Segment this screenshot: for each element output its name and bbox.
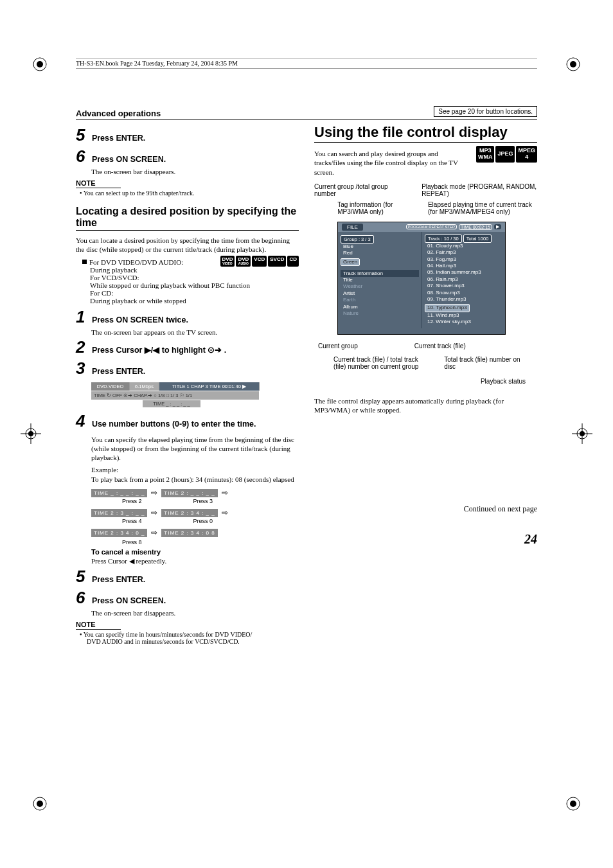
file-control-display: FILE PROGRAM REPEAT STEP TIME 00:02:15 ▶… [328,222,528,335]
reg-mark-icon [28,792,51,815]
disc-icons: DVDVIDEO DVDAUDIO VCD SVCD CD [220,256,299,267]
fd-file-label: FILE [342,224,363,231]
disc-sub: While stopped or during playback without… [90,281,299,289]
step-number: 6 [76,588,90,608]
jpeg-badge: JPEG [495,146,515,163]
svg-point-5 [37,801,43,807]
step-number: 6 [76,146,90,166]
label-tag-info: Tag information (for MP3/WMA only) [337,201,422,215]
note-bullet: • You can specify time in hours/minutes/… [80,631,299,645]
arrow-right-icon: ⇨ [151,508,157,518]
fd-group-item: Blue [341,244,419,250]
main-heading: Using the file control display [314,124,537,141]
fd-track-item: 07. Shower.mp3 [425,283,502,289]
arrow-right-icon: ⇨ [151,488,157,498]
disc-context: For VCD/SVCD: [90,274,299,281]
play-icon: ▶ [494,224,501,229]
note-heading: NOTE [76,621,299,628]
fd-track-item: 04. Hail.mp3 [425,263,502,269]
step-number: 2 [76,337,90,357]
step-number: 1 [76,307,90,327]
fd-track-item-selected: 10. Typhoon.mp3 [425,304,470,312]
time-entry-step: TIME _ : _ _ : _ _⇨ TIME 2 : _ _ : _ _⇨ [91,488,299,498]
reg-mark-icon [562,792,585,815]
fd-info-item: Artist [341,290,419,297]
note-bullet: • You can select up to the 99th chapter/… [80,190,299,197]
disc-context: For CD: [90,289,299,297]
label-playback-status: Playback status [314,378,526,385]
cancel-heading: To cancel a misentry [91,548,299,556]
label-group-total: Current group /total group number [314,183,409,197]
fd-track-item: 09. Thunder.mp3 [425,296,502,303]
step-number: 5 [76,567,90,587]
intro-text: You can search and play desired groups a… [314,149,459,177]
press-label: Press 2 [122,498,142,504]
step-sub: The on-screen bar disappears. [91,168,299,175]
fd-track-item: 08. Snow.mp3 [425,290,502,296]
section-body: You can locate a desired position by spe… [76,236,299,254]
fd-group-item-selected: Green [341,258,360,266]
press-label: Press 0 [193,518,213,524]
cd-icon: CD [287,256,299,267]
step-number: 4 [76,411,90,431]
step-text: Press ENTER. [92,575,145,584]
step-sub: The on-screen bar appears on the TV scre… [91,328,299,336]
label-current-track: Current track (file) [414,342,466,350]
step-text: Press ENTER. [92,134,145,143]
fd-track-item: 01. Cloudy.mp3 [425,243,502,249]
time-entry-step: TIME 2 : 3 _ : _ _⇨ TIME 2 : 3 4 : _ _⇨ [91,508,299,518]
fd-track-item: 05. Indian summer.mp3 [425,269,502,276]
step-text: Press ENTER. [92,367,145,376]
example-desc: To play back from a point 2 (hours): 34 … [91,475,299,484]
section-title: Locating a desired position by specifyin… [76,206,299,229]
dvd-audio-icon: DVDAUDIO [236,256,251,267]
fd-info-item: Weather [341,283,419,290]
rule [76,629,121,630]
step-text: Press ON SCREEN twice. [92,315,188,324]
note-heading: NOTE [76,179,299,187]
fd-group-item: Red [341,250,419,256]
mp3-wma-badge: MP3WMA [476,146,495,163]
book-header-line: TH-S3-EN.book Page 24 Tuesday, February … [76,58,537,69]
svcd-icon: SVCD [268,256,286,267]
disc-sub: During playback or while stopped [90,297,299,305]
fd-info-item: Nature [341,310,419,317]
press-label: Press 8 [122,539,142,545]
step-number: 5 [76,125,90,145]
step-sub: The on-screen bar disappears. [91,609,299,617]
cancel-sub: Press Cursor ◀ repeatedly. [91,557,299,565]
fd-info-item: Earth [341,297,419,303]
label-elapsed: Elapsed playing time of current track (f… [428,201,537,215]
page-number: 24 [314,532,537,547]
step-number: 3 [76,359,90,378]
label-curtrack-total: Current track (file) / total track (file… [333,356,431,370]
outro-text: The file control display appears automat… [314,396,537,415]
example-label: Example: [91,466,299,474]
fd-modes: PROGRAM REPEAT STEP [406,224,457,229]
step-text: Press ON SCREEN. [92,596,166,605]
rule [76,230,299,231]
label-playback-mode: Playback mode (PROGRAM, RANDOM, REPEAT) [422,183,537,197]
step-body: You can specify the elapsed playing time… [91,435,299,463]
fd-total-header: Total 1000 [463,235,492,243]
fd-info-item: Title [341,277,419,283]
fd-track-item: 06. Rain.mp3 [425,276,502,283]
rule [76,188,121,188]
label-current-group: Current group [318,342,358,350]
press-label: Press 4 [122,518,142,524]
fd-group-header: Group : 3 / 3 [341,235,374,244]
fd-track-item: 02. Fair.mp3 [425,249,502,256]
disc-context: For DVD VIDEO/DVD AUDIO: DVDVIDEO DVDAUD… [82,258,299,266]
arrow-right-icon: ⇨ [151,528,157,538]
step-text: Use number buttons (0-9) to enter the ti… [92,420,256,429]
continued-text: Continued on next page [314,504,537,514]
dvd-video-icon: DVDVIDEO [220,256,235,267]
button-location-note: See page 20 for button locations. [434,106,537,117]
fd-time: TIME 00:02:15 [459,224,492,230]
fd-track-item: 11. Wind.mp3 [425,312,502,319]
svg-point-7 [570,801,576,807]
square-bullet-icon [82,260,87,264]
fd-track-item: 03. Fog.mp3 [425,256,502,263]
fd-track-header: Track : 10 / 30 [425,235,462,243]
label-totaltrack: Total track (file) number on disc [444,356,526,370]
